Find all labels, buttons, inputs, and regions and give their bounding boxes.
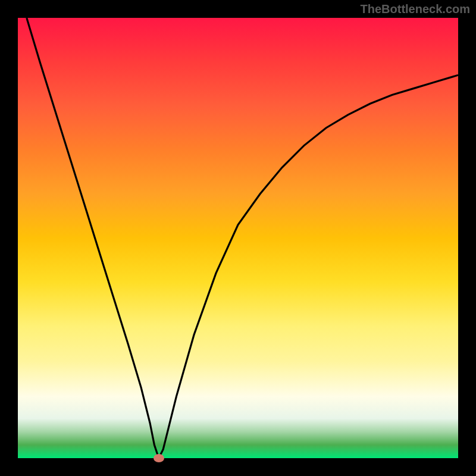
plot-area bbox=[18, 18, 458, 458]
attribution-label: TheBottleneck.com bbox=[361, 2, 470, 16]
bottleneck-curve bbox=[27, 18, 458, 458]
curve-svg bbox=[18, 18, 458, 458]
chart-container: TheBottleneck.com bbox=[0, 0, 476, 476]
optimum-marker bbox=[154, 454, 164, 462]
